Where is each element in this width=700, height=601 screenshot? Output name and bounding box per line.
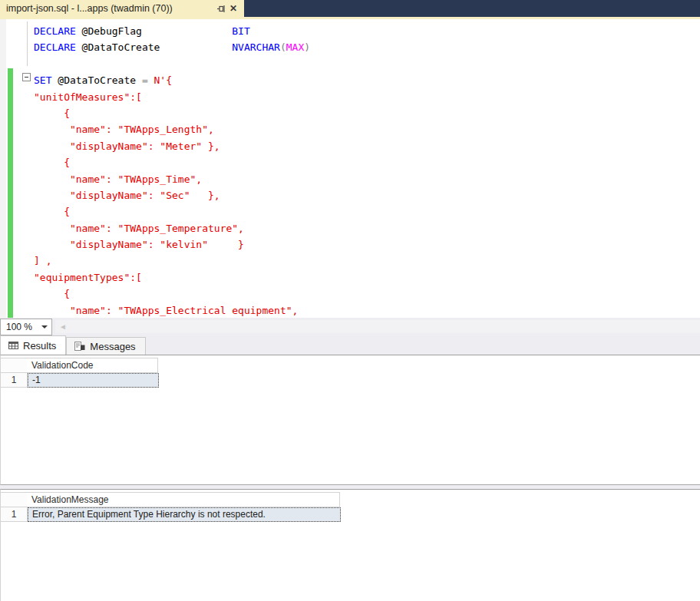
column-header-validationmessage[interactable]: ValidationMessage [27, 492, 340, 507]
indicator-margin [0, 19, 6, 318]
row-number[interactable]: 1 [1, 373, 28, 388]
ssms-window: import-json.sql - l...apps (twadmin (70)… [0, 0, 700, 601]
table-row: 1 Error, Parent Equipment Type Hierarchy… [1, 507, 700, 522]
zoom-level-dropdown[interactable]: 100 % [0, 319, 52, 335]
close-icon[interactable]: ✕ [227, 2, 239, 15]
collapse-region-toggle[interactable] [22, 73, 31, 81]
tab-messages[interactable]: Messages [66, 337, 145, 355]
tab-results[interactable]: Results [0, 335, 66, 355]
tab-results-label: Results [23, 340, 56, 352]
sql-editor[interactable]: DECLARE @DebugFlag BITDECLARE @DataToCre… [0, 19, 700, 318]
document-tab-bar: import-json.sql - l...apps (twadmin (70)… [0, 0, 700, 17]
result-grid-pane-2: ValidationMessage 1 Error, Parent Equipm… [0, 489, 700, 601]
pin-icon[interactable] [215, 2, 227, 15]
results-grid-icon [8, 341, 18, 350]
cell-validationmessage[interactable]: Error, Parent Equipment Type Hierarchy i… [28, 507, 341, 522]
results-tab-strip: Results Messages [0, 335, 700, 355]
sql-code[interactable]: DECLARE @DebugFlag BITDECLARE @DataToCre… [34, 19, 700, 318]
outline-margin-line [27, 21, 28, 66]
chevron-down-icon [41, 325, 48, 329]
table-row: 1 -1 [1, 373, 700, 388]
document-tab[interactable]: import-json.sql - l...apps (twadmin (70)… [0, 0, 244, 17]
zoom-level-value: 100 % [6, 322, 41, 332]
grid-corner-cell[interactable] [1, 492, 28, 507]
change-tracking-bar [8, 68, 13, 318]
scroll-left-icon[interactable]: ◄ [59, 322, 67, 331]
result-grid-1: ValidationCode 1 -1 [1, 358, 700, 388]
cell-validationcode[interactable]: -1 [28, 373, 159, 388]
result-grid-2: ValidationMessage 1 Error, Parent Equipm… [1, 492, 700, 522]
editor-bottom-bar: 100 % ◄ [0, 318, 700, 335]
messages-icon [74, 342, 85, 351]
horizontal-scrollbar[interactable]: ◄ [55, 320, 700, 333]
row-number[interactable]: 1 [1, 507, 28, 522]
grid-corner-cell[interactable] [1, 358, 28, 373]
tab-messages-label: Messages [90, 341, 135, 352]
result-grid-pane-1: ValidationCode 1 -1 [0, 355, 700, 485]
column-header-validationcode[interactable]: ValidationCode [27, 358, 158, 373]
document-tab-title: import-json.sql - l...apps (twadmin (70)… [6, 3, 215, 14]
